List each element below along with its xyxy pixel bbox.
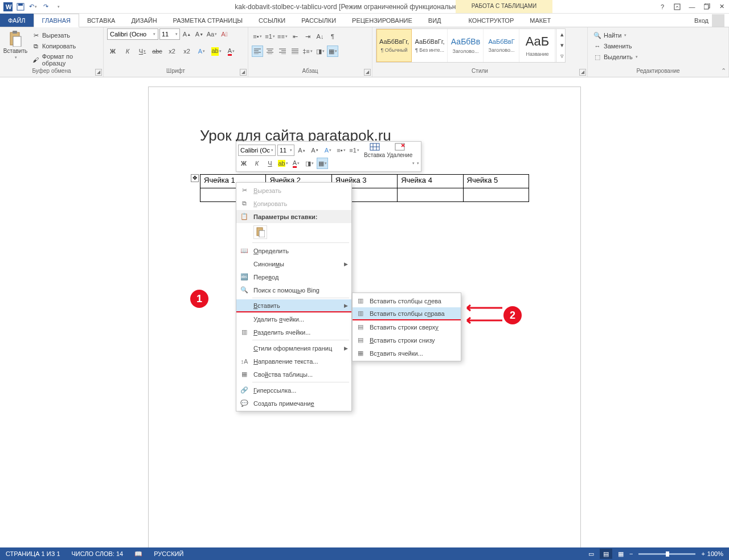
tab-home[interactable]: ГЛАВНАЯ — [34, 14, 79, 27]
paste-option-icon[interactable] — [253, 225, 267, 239]
tab-references[interactable]: ССЫЛКИ — [251, 14, 293, 27]
styles-gallery[interactable]: АаБбВвГг,¶ Обычный АаБбВвГг,¶ Без инте..… — [376, 28, 566, 63]
ctx-delete-cells[interactable]: Удалить ячейки... — [236, 312, 351, 326]
mini-highlight[interactable]: ab▾ — [277, 158, 289, 169]
tab-table-design[interactable]: КОНСТРУКТОР — [461, 14, 522, 27]
underline-button[interactable]: Ч▾ — [137, 46, 148, 57]
select-button[interactable]: ⬚Выделить▾ — [591, 52, 640, 61]
multilevel-button[interactable]: ≡≡▾ — [277, 31, 288, 42]
mini-borders[interactable]: ▦▾ — [317, 158, 328, 169]
mini-shading[interactable]: ◨▾ — [304, 158, 315, 169]
align-left-button[interactable] — [252, 46, 263, 57]
status-page[interactable]: СТРАНИЦА 1 ИЗ 1 — [0, 550, 66, 557]
subscript-button[interactable]: x2 — [166, 46, 178, 57]
indent-right-button[interactable]: ⇥ — [302, 31, 313, 42]
status-words[interactable]: ЧИСЛО СЛОВ: 14 — [66, 550, 129, 557]
view-read-icon[interactable]: ▭ — [585, 549, 597, 559]
ctx-insert[interactable]: Вставить▶ — [236, 299, 351, 312]
numbering-button[interactable]: ≡1▾ — [264, 31, 276, 42]
zoom-thumb[interactable] — [666, 551, 669, 557]
view-print-icon[interactable]: ▤ — [600, 549, 612, 559]
font-size-combo[interactable]: 11▾ — [159, 28, 180, 40]
mini-grow-font[interactable]: A▲ — [296, 145, 308, 156]
sub-cols-left[interactable]: ▥Вставить столбцы слева — [353, 294, 461, 307]
table-cell[interactable]: Ячейка 4 — [398, 175, 463, 188]
ctx-split-cells[interactable]: ▥Разделить ячейки... — [236, 326, 351, 339]
undo-icon[interactable]: ↶▾ — [27, 1, 39, 13]
tab-insert[interactable]: ВСТАВКА — [79, 14, 123, 27]
minimize-icon[interactable]: — — [687, 2, 697, 12]
table-cell[interactable] — [463, 188, 529, 202]
mini-bold[interactable]: Ж — [238, 158, 249, 169]
status-proofing-icon[interactable]: 📖 — [129, 550, 148, 558]
mini-font-combo[interactable]: Calibri (Ос▾ — [238, 145, 276, 156]
tab-file[interactable]: ФАЙЛ — [0, 14, 34, 27]
mini-font-color[interactable]: A▾ — [290, 158, 302, 169]
styles-scroll-up[interactable]: ▴ — [556, 29, 568, 40]
style-heading2[interactable]: АаБбВвГЗаголово... — [484, 29, 519, 62]
paragraph-launcher[interactable]: ◢ — [364, 69, 371, 76]
sub-cols-right[interactable]: ▥Вставить столбцы справа — [353, 307, 461, 320]
paste-button[interactable]: Вставить ▾ — [3, 28, 27, 60]
sub-rows-above[interactable]: ▤Вставить строки сверху — [353, 320, 461, 333]
superscript-button[interactable]: x2 — [181, 46, 193, 57]
font-color-button[interactable]: A▾ — [226, 46, 237, 57]
close-icon[interactable]: ✕ — [716, 2, 727, 12]
save-icon[interactable] — [15, 1, 26, 13]
justify-button[interactable] — [289, 46, 301, 57]
mini-dropdown1[interactable]: ▾ — [412, 161, 415, 166]
style-title[interactable]: АаБНазвание — [520, 29, 555, 62]
ctx-hyperlink[interactable]: 🔗Гиперссылка... — [236, 384, 351, 397]
replace-button[interactable]: ↔Заменить — [591, 42, 640, 51]
indent-left-button[interactable]: ⇤ — [289, 31, 301, 42]
sub-rows-below[interactable]: ▤Вставить строки снизу — [353, 333, 461, 347]
login-area[interactable]: Вход — [694, 14, 729, 27]
tab-page-layout[interactable]: РАЗМЕТКА СТРАНИЦЫ — [165, 14, 251, 27]
borders-button[interactable]: ▦▾ — [327, 46, 338, 57]
italic-button[interactable]: К — [122, 46, 133, 57]
change-case-button[interactable]: Aa▾ — [206, 28, 218, 40]
mini-styles-icon[interactable]: A▾ — [322, 145, 334, 156]
grow-font-button[interactable]: A▲ — [181, 28, 193, 40]
ctx-copy[interactable]: ⧉Копировать — [236, 197, 351, 210]
shading-button[interactable]: ◨▾ — [314, 46, 326, 57]
view-web-icon[interactable]: ▦ — [615, 549, 627, 559]
find-button[interactable]: 🔍Найти▾ — [591, 31, 640, 40]
line-spacing-button[interactable]: ‡≡▾ — [302, 46, 313, 57]
qat-dropdown-icon[interactable]: ▾ — [52, 1, 64, 13]
mini-size-combo[interactable]: 11▾ — [277, 145, 294, 156]
sub-cells[interactable]: ▦Вставить ячейки... — [353, 347, 461, 360]
redo-icon[interactable]: ↷ — [40, 1, 51, 13]
style-normal[interactable]: АаБбВвГг,¶ Обычный — [376, 29, 412, 62]
tab-review[interactable]: РЕЦЕНЗИРОВАНИЕ — [344, 14, 420, 27]
shrink-font-button[interactable]: A▼ — [194, 28, 205, 40]
styles-expand[interactable]: ▿ — [556, 51, 568, 61]
ctx-define[interactable]: 📖Определить — [236, 244, 351, 257]
align-right-button[interactable] — [277, 46, 288, 57]
table-cell[interactable] — [398, 188, 463, 202]
paragraph-marks-button[interactable]: ¶ — [327, 31, 338, 42]
restore-icon[interactable] — [702, 2, 712, 12]
styles-launcher[interactable]: ◢ — [579, 69, 586, 76]
ctx-border-styles[interactable]: Стили оформления границ▶ — [236, 341, 351, 355]
font-launcher[interactable]: ◢ — [240, 69, 247, 76]
tab-view[interactable]: ВИД — [420, 14, 449, 27]
status-language[interactable]: РУССКИЙ — [148, 550, 189, 557]
ctx-cut[interactable]: ✂Вырезать — [236, 184, 351, 197]
bullets-button[interactable]: ≡•▾ — [252, 31, 263, 42]
zoom-value[interactable]: 100% — [707, 550, 723, 557]
zoom-in-button[interactable]: + — [701, 550, 705, 557]
mini-numbering[interactable]: ≡1▾ — [349, 145, 360, 156]
font-name-combo[interactable]: Calibri (Осно▾ — [107, 28, 158, 40]
ctx-synonyms[interactable]: Синонимы▶ — [236, 257, 351, 270]
mini-bullets[interactable]: ≡•▾ — [335, 145, 347, 156]
clipboard-launcher[interactable]: ◢ — [95, 69, 102, 76]
tab-mailings[interactable]: РАССЫЛКИ — [293, 14, 344, 27]
cut-button[interactable]: ✂Вырезать — [30, 31, 100, 40]
help-icon[interactable]: ? — [657, 2, 667, 12]
ribbon-display-icon[interactable] — [672, 2, 682, 12]
zoom-slider[interactable] — [638, 553, 695, 555]
copy-button[interactable]: ⧉Копировать — [30, 42, 100, 51]
ctx-table-props[interactable]: ▦Свойства таблицы... — [236, 368, 351, 381]
table-move-handle[interactable]: ✥ — [191, 174, 199, 182]
